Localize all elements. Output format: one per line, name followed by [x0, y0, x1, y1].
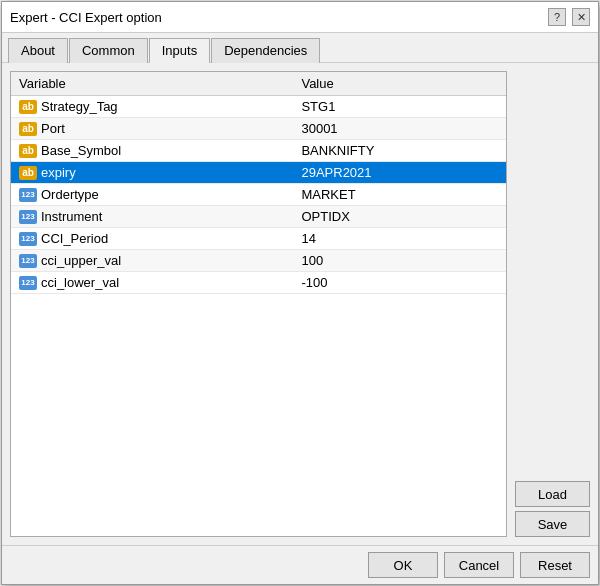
reset-button[interactable]: Reset [520, 552, 590, 578]
variable-cell: 123Instrument [11, 206, 293, 228]
value-cell: 14 [293, 228, 506, 250]
close-button[interactable]: ✕ [572, 8, 590, 26]
table-row[interactable]: 123OrdertypeMARKET [11, 184, 506, 206]
tab-about[interactable]: About [8, 38, 68, 63]
help-button[interactable]: ? [548, 8, 566, 26]
numeric-icon: 123 [19, 188, 37, 202]
variable-name: Instrument [41, 209, 102, 224]
variables-table-panel: Variable Value abStrategy_TagSTG1abPort3… [10, 71, 507, 537]
table-row[interactable]: 123InstrumentOPTIDX [11, 206, 506, 228]
variable-cell: 123Ordertype [11, 184, 293, 206]
table-row[interactable]: 123CCI_Period14 [11, 228, 506, 250]
numeric-icon: 123 [19, 254, 37, 268]
ab-icon: ab [19, 144, 37, 158]
table-row[interactable]: abStrategy_TagSTG1 [11, 96, 506, 118]
numeric-icon: 123 [19, 210, 37, 224]
value-cell: 30001 [293, 118, 506, 140]
table-row[interactable]: abexpiry29APR2021 [11, 162, 506, 184]
variable-name: CCI_Period [41, 231, 108, 246]
dialog: Expert - CCI Expert option ? ✕ About Com… [1, 1, 599, 585]
table-row[interactable]: 123cci_lower_val-100 [11, 272, 506, 294]
col-value-header: Value [293, 72, 506, 96]
table-body: abStrategy_TagSTG1abPort30001abBase_Symb… [11, 96, 506, 294]
save-button[interactable]: Save [515, 511, 590, 537]
content-area: Variable Value abStrategy_TagSTG1abPort3… [2, 63, 598, 545]
dialog-title: Expert - CCI Expert option [10, 10, 162, 25]
bottom-bar: OK Cancel Reset [2, 545, 598, 584]
variable-name: cci_upper_val [41, 253, 121, 268]
ab-icon: ab [19, 166, 37, 180]
variables-table: Variable Value abStrategy_TagSTG1abPort3… [11, 72, 506, 294]
value-cell: -100 [293, 272, 506, 294]
load-button[interactable]: Load [515, 481, 590, 507]
tab-inputs[interactable]: Inputs [149, 38, 210, 63]
col-variable-header: Variable [11, 72, 293, 96]
value-cell: 100 [293, 250, 506, 272]
side-buttons: Load Save [515, 71, 590, 537]
variable-cell: 123CCI_Period [11, 228, 293, 250]
variable-cell: abBase_Symbol [11, 140, 293, 162]
variable-cell: 123cci_lower_val [11, 272, 293, 294]
variable-cell: abexpiry [11, 162, 293, 184]
ab-icon: ab [19, 122, 37, 136]
variable-name: Strategy_Tag [41, 99, 118, 114]
variable-name: expiry [41, 165, 76, 180]
variable-name: Port [41, 121, 65, 136]
value-cell: STG1 [293, 96, 506, 118]
table-header: Variable Value [11, 72, 506, 96]
variable-name: Ordertype [41, 187, 99, 202]
variable-name: cci_lower_val [41, 275, 119, 290]
numeric-icon: 123 [19, 276, 37, 290]
table-row[interactable]: abPort30001 [11, 118, 506, 140]
value-cell: OPTIDX [293, 206, 506, 228]
variable-cell: abPort [11, 118, 293, 140]
table-row[interactable]: abBase_SymbolBANKNIFTY [11, 140, 506, 162]
value-cell: 29APR2021 [293, 162, 506, 184]
tab-common[interactable]: Common [69, 38, 148, 63]
title-bar-right: ? ✕ [548, 8, 590, 26]
title-bar-left: Expert - CCI Expert option [10, 10, 162, 25]
ok-button[interactable]: OK [368, 552, 438, 578]
tab-bar: About Common Inputs Dependencies [2, 33, 598, 63]
cancel-button[interactable]: Cancel [444, 552, 514, 578]
ab-icon: ab [19, 100, 37, 114]
value-cell: BANKNIFTY [293, 140, 506, 162]
variable-cell: abStrategy_Tag [11, 96, 293, 118]
table-row[interactable]: 123cci_upper_val100 [11, 250, 506, 272]
value-cell: MARKET [293, 184, 506, 206]
tab-dependencies[interactable]: Dependencies [211, 38, 320, 63]
variable-cell: 123cci_upper_val [11, 250, 293, 272]
variable-name: Base_Symbol [41, 143, 121, 158]
numeric-icon: 123 [19, 232, 37, 246]
title-bar: Expert - CCI Expert option ? ✕ [2, 2, 598, 33]
